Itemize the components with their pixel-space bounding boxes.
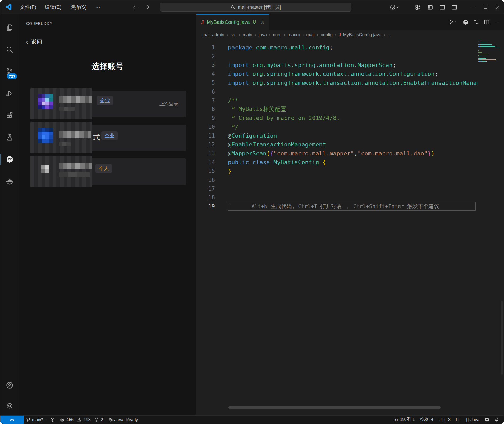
code-line[interactable]: 19Alt+K 生成代码, Ctrl+I 打开对话 ， Ctrl+Shift+E… [196,202,477,211]
code-line[interactable]: 13@MapperScan({"com.macro.mall.mapper","… [196,149,477,158]
go-back-icon[interactable] [132,4,138,10]
vertical-scrollbar[interactable] [501,301,503,375]
vscode-window: 文件(F) 编辑(E) 选择(S) ··· mall-master [管理员] [0,0,504,424]
minimap-line [478,64,502,65]
avatar [41,165,49,173]
breadcrumb-item[interactable]: java [259,32,267,38]
code-line[interactable]: 1package com.macro.mall.config; [196,43,477,52]
toggle-panel-icon[interactable] [436,0,448,14]
code-line[interactable]: 8 * MyBatis相关配置 [196,105,477,114]
activitybar-testing[interactable] [0,126,19,148]
code-line[interactable]: 15} [196,167,477,175]
account-card[interactable]: 个人 [30,158,186,185]
encoding[interactable]: UTF-8 [436,416,453,424]
breadcrumb-item[interactable]: src [230,32,236,38]
horizontal-scrollbar[interactable] [228,406,441,409]
breadcrumb-item[interactable]: mall [306,32,314,38]
activitybar-run-debug[interactable] [0,82,19,104]
code-line[interactable]: 16 [196,176,477,184]
window-close-button[interactable] [492,0,504,14]
code-line[interactable]: 5import org.springframework.transaction.… [196,79,477,87]
line-number: 2 [196,53,215,59]
code-line[interactable]: 6 [196,87,477,96]
code-line[interactable]: 17 [196,184,477,193]
code-line[interactable]: 9 * Created by macro on 2019/4/8. [196,114,477,122]
account-card[interactable]: 式 企业 [30,125,186,151]
eol-sequence[interactable]: LF [453,416,464,424]
breadcrumb-item[interactable]: macro [288,32,300,38]
remote-indicator[interactable]: >< [0,416,24,424]
go-forward-icon[interactable] [144,4,150,10]
language-mode[interactable]: {} Java [464,416,482,424]
branch-status[interactable]: main*+ [24,416,48,424]
activitybar-accounts[interactable] [0,374,19,396]
java-status[interactable]: Java: Ready [106,416,141,424]
activitybar-extensions[interactable] [0,104,19,126]
code-line[interactable]: 18 [196,193,477,202]
toggle-secondary-sidebar-icon[interactable] [448,0,460,14]
code-line[interactable]: 11@Configuration [196,131,477,140]
minimap-line [478,68,502,69]
code-line[interactable]: 7/** [196,96,477,105]
problems-status[interactable]: 466 193 2 [57,416,106,424]
breadcrumb-item[interactable]: mall-admin [202,32,224,38]
code-line[interactable]: 14public class MyBatisConfig { [196,158,477,167]
menu-more[interactable]: ··· [92,3,104,11]
more-actions-button[interactable] [494,19,500,25]
avatar [38,128,53,143]
tab-label: MyBatisConfig.java [207,19,250,25]
breadcrumb-more[interactable]: ... [388,32,391,38]
codebuddy-action-button[interactable] [463,19,468,25]
docker-icon [6,178,13,185]
editor-actions [448,14,500,30]
cloud-upload-icon [51,418,55,422]
account-card[interactable]: 企业 上次登录 [30,91,186,117]
chevron-down-icon [455,20,458,24]
minimap[interactable] [478,42,502,70]
customize-layout-icon[interactable] [412,0,424,14]
activitybar-search[interactable] [0,39,19,61]
code-line[interactable]: 4import org.springframework.context.anno… [196,70,477,78]
cursor-position[interactable]: 行 19, 列 1 [392,416,417,424]
split-editor-button[interactable] [484,19,489,25]
code-line[interactable]: 10 */ [196,123,477,131]
publish-button[interactable] [48,416,57,424]
codebuddy-titlebar-button[interactable] [390,4,400,10]
run-button[interactable] [448,19,458,25]
window-maximize-button[interactable] [479,0,492,14]
command-center-search[interactable]: mall-master [管理员] [160,3,351,12]
code-line[interactable]: 3import org.mybatis.spring.annotation.Ma… [196,61,477,70]
code-line[interactable]: 2 [196,52,477,61]
activitybar-docker[interactable] [0,170,19,192]
codebuddy-status-button[interactable] [482,416,492,424]
blurred-account-info [30,156,92,187]
code-line[interactable]: 12@EnableTransactionManagement [196,140,477,149]
open-changes-button[interactable] [473,19,479,25]
editor-group: J MyBatisConfig.java U ✕ mall-admin›sr [196,14,504,415]
activitybar-settings[interactable] [0,396,19,415]
line-number: 16 [196,177,215,183]
breadcrumb-item[interactable]: main [242,32,252,38]
error-icon [60,418,64,422]
git-branch-icon [26,418,30,422]
breadcrumb-item[interactable]: config [321,32,333,38]
blurred-subtext [59,172,90,177]
menu-selection[interactable]: 选择(S) [67,2,90,12]
activitybar-codebuddy[interactable] [0,148,19,170]
braces-icon: {} [466,417,469,422]
tab-close-icon[interactable]: ✕ [260,19,264,25]
window-minimize-button[interactable] [467,0,479,14]
breadcrumb-item[interactable]: com [273,32,281,38]
toggle-primary-sidebar-icon[interactable] [424,0,436,14]
back-button[interactable]: ‹ 返回 [26,38,42,46]
activitybar-explorer[interactable] [0,17,19,39]
breadcrumb-file[interactable]: MyBatisConfig.java [343,32,382,38]
menu-edit[interactable]: 编辑(E) [41,2,65,12]
tab-mybatisconfig[interactable]: J MyBatisConfig.java U ✕ [196,14,269,30]
ellipsis-icon [494,19,500,25]
notifications-button[interactable] [492,416,502,424]
code-editor[interactable]: 1package com.macro.mall.config;23import … [196,40,477,399]
menu-file[interactable]: 文件(F) [16,2,40,12]
activitybar-source-control[interactable]: 727 [0,61,19,82]
indentation[interactable]: 空格: 4 [418,416,436,424]
